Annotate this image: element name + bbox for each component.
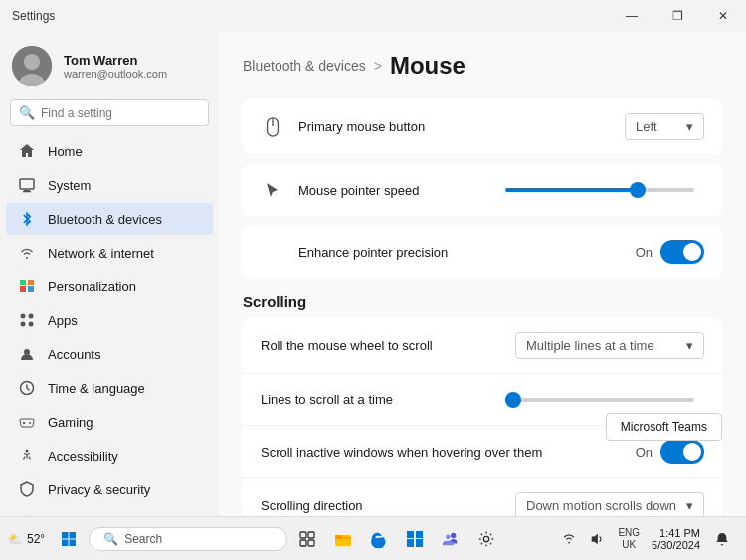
start-button[interactable] (53, 523, 85, 555)
pointer-speed-card: Mouse pointer speed (243, 164, 722, 216)
breadcrumb-parent[interactable]: Bluetooth & devices (243, 58, 366, 74)
sidebar-search-box[interactable]: 🔍 (10, 99, 209, 126)
taskbar-locale[interactable]: ENGUK (612, 525, 646, 553)
app-body: Tom Warren warren@outlook.com 🔍 Home Sys… (0, 32, 746, 516)
primary-button-row: Primary mouse button Left ▾ (243, 99, 722, 154)
accessibility-icon (18, 447, 36, 465)
taskbar-app-teams[interactable] (435, 523, 466, 555)
sidebar-item-apps[interactable]: Apps (6, 304, 213, 336)
taskbar-network-icon[interactable] (556, 530, 582, 548)
svg-rect-6 (20, 286, 26, 292)
user-name: Tom Warren (64, 53, 167, 68)
taskbar-clock[interactable]: 1:41 PM 5/30/2024 (648, 525, 704, 553)
sidebar-item-accounts[interactable]: Accounts (6, 338, 213, 370)
accounts-icon (18, 345, 36, 363)
scrolling-heading: Scrolling (243, 293, 722, 310)
content-area: Bluetooth & devices > Mouse Primary mous… (219, 32, 746, 516)
lines-scroll-slider[interactable] (505, 398, 704, 402)
sidebar-item-bluetooth[interactable]: Bluetooth & devices (6, 203, 213, 235)
enhance-precision-label: Enhance pointer precision (261, 245, 636, 260)
inactive-windows-toggle[interactable] (660, 440, 704, 464)
task-view-button[interactable] (291, 523, 323, 555)
app-title: Settings (12, 9, 55, 23)
taskbar-search-label: Search (124, 532, 162, 546)
breadcrumb: Bluetooth & devices > Mouse (243, 52, 722, 80)
enhance-precision-toggle[interactable] (660, 240, 704, 264)
lines-slider-thumb[interactable] (505, 392, 521, 408)
taskbar-app-settings[interactable] (470, 523, 502, 555)
scrolling-direction-dropdown-wrapper: Down motion scrolls down ▾ Down motion s… (515, 492, 704, 516)
sidebar-item-network[interactable]: Network & internet (6, 237, 213, 269)
apps-icon (18, 311, 36, 329)
taskbar-search-box[interactable]: 🔍 Search (89, 527, 287, 551)
svg-point-11 (29, 314, 34, 319)
taskbar-app-store[interactable] (399, 523, 431, 555)
svg-rect-23 (62, 532, 69, 539)
ms-teams-button[interactable]: Microsoft Teams (606, 413, 722, 441)
primary-button-dropdown[interactable]: Left ▾ (625, 113, 704, 140)
minimize-button[interactable]: — (609, 0, 654, 32)
svg-rect-36 (416, 531, 423, 538)
network-icon (18, 244, 36, 262)
svg-point-12 (21, 322, 26, 327)
sidebar-label-gaming: Gaming (48, 415, 93, 430)
sidebar-item-home[interactable]: Home (6, 135, 213, 167)
sidebar-item-system[interactable]: System (6, 169, 213, 201)
gaming-icon (18, 413, 36, 431)
sidebar-item-privacy[interactable]: Privacy & security (6, 473, 213, 505)
sidebar-item-gaming[interactable]: Gaming (6, 406, 213, 438)
taskbar-time: 1:41 PM (659, 527, 700, 539)
sidebar-label-home: Home (48, 144, 83, 159)
svg-rect-32 (335, 535, 342, 538)
taskbar-app-explorer[interactable] (327, 523, 359, 555)
svg-rect-8 (20, 280, 26, 285)
maximize-button[interactable]: ❐ (654, 0, 700, 32)
weather-temp: 52° (27, 532, 45, 546)
sidebar-label-personalization: Personalization (48, 280, 136, 294)
close-button[interactable]: ✕ (700, 0, 746, 32)
taskbar-volume-icon[interactable] (584, 530, 610, 548)
weather-widget[interactable]: ⛅ 52° (8, 532, 45, 546)
roll-wheel-value: Multiple lines at a time (526, 338, 654, 353)
sidebar-label-privacy: Privacy & security (48, 482, 150, 497)
cursor-icon (261, 181, 284, 199)
user-section[interactable]: Tom Warren warren@outlook.com (0, 36, 219, 99)
scrolling-direction-dropdown[interactable]: Down motion scrolls down ▾ (515, 492, 704, 516)
sidebar-item-personalization[interactable]: Personalization (6, 271, 213, 302)
enhance-precision-card: Enhance pointer precision On (243, 226, 722, 278)
personalization-icon (18, 278, 36, 295)
sidebar-item-update[interactable]: Windows Update (6, 507, 213, 516)
enhance-precision-value: On (636, 245, 653, 260)
primary-button-card: Primary mouse button Left ▾ (243, 99, 722, 154)
pointer-speed-slider[interactable] (505, 188, 704, 192)
taskbar-app-edge[interactable] (363, 523, 395, 555)
sidebar-label-accounts: Accounts (48, 347, 100, 362)
primary-button-chevron: ▾ (686, 119, 693, 134)
taskbar-notification-icon[interactable] (706, 523, 738, 555)
taskbar: ⛅ 52° 🔍 Search (0, 516, 746, 560)
window-controls: — ❐ ✕ (609, 0, 746, 32)
svg-rect-9 (28, 280, 34, 285)
svg-rect-29 (300, 540, 306, 546)
roll-wheel-dropdown[interactable]: Multiple lines at a time ▾ (515, 332, 704, 359)
inactive-windows-value: On (636, 445, 653, 460)
sidebar-search-input[interactable] (41, 106, 200, 120)
taskbar-right: ENGUK 1:41 PM 5/30/2024 (556, 523, 738, 555)
svg-point-1 (24, 54, 40, 70)
slider-thumb[interactable] (630, 182, 646, 198)
bluetooth-icon (18, 210, 36, 228)
search-icon: 🔍 (19, 105, 35, 120)
weather-icon: ⛅ (8, 532, 23, 546)
inactive-windows-label: Scroll inactive windows when hovering ov… (261, 445, 636, 460)
sidebar-label-network: Network & internet (48, 246, 154, 261)
sidebar-item-time[interactable]: Time & language (6, 372, 213, 404)
roll-wheel-label: Roll the mouse wheel to scroll (261, 338, 515, 353)
sidebar-item-accessibility[interactable]: Accessibility (6, 440, 213, 471)
svg-rect-3 (20, 179, 34, 189)
sidebar-label-apps: Apps (48, 313, 78, 328)
svg-rect-27 (300, 532, 306, 538)
sidebar-label-bluetooth: Bluetooth & devices (48, 212, 162, 227)
primary-button-label: Primary mouse button (298, 119, 625, 134)
title-bar: Settings — ❐ ✕ (0, 0, 746, 32)
mouse-icon (261, 117, 284, 137)
